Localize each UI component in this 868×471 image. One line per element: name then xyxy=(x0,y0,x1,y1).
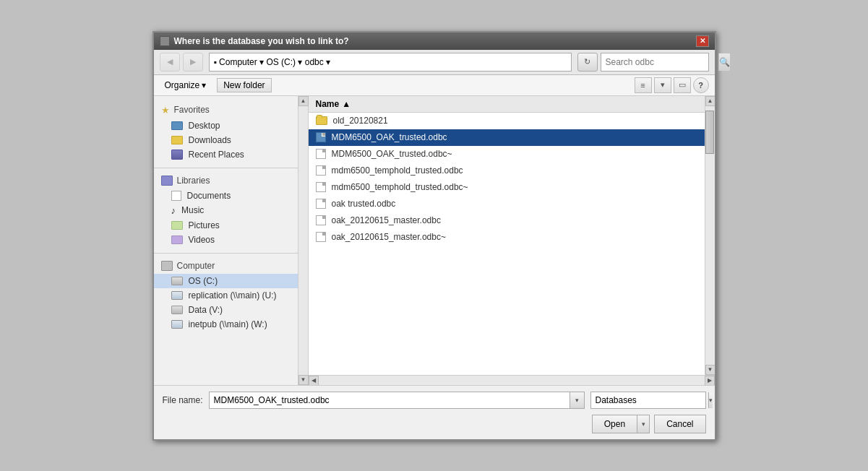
forward-button[interactable]: ▶ xyxy=(183,53,203,72)
address-toolbar: ◀ ▶ ▪ Computer ▾ OS (C:) ▾ odbc ▾ ↻ 🔍 xyxy=(154,50,715,75)
computer-label: Computer xyxy=(177,261,215,271)
filetype-input xyxy=(591,394,708,407)
help-icon: ? xyxy=(698,81,703,90)
filetype-dropdown-button[interactable]: ▾ xyxy=(708,392,713,408)
dialog-icon xyxy=(160,36,170,46)
address-bar[interactable]: ▪ Computer ▾ OS (C:) ▾ odbc ▾ xyxy=(209,53,572,72)
sort-indicator-icon: ▲ xyxy=(342,99,351,109)
file-item-oak-master-tilde[interactable]: oak_20120615_master.odbc~ xyxy=(309,229,705,246)
forward-icon: ▶ xyxy=(190,57,196,66)
file-name: oak trusted.odbc xyxy=(332,199,396,209)
filename-input[interactable] xyxy=(210,394,570,407)
file-icon xyxy=(316,215,326,225)
file-name: MDM6500_OAK_trusted.odbc~ xyxy=(332,149,452,159)
open-button-group: Open ▾ xyxy=(592,415,650,433)
title-bar: Where is the database you wish to link t… xyxy=(154,33,715,50)
file-name: mdm6500_temphold_trusted.odbc~ xyxy=(332,182,468,192)
sidebar-label-documents: Documents xyxy=(187,191,231,201)
sidebar-item-documents[interactable]: Documents xyxy=(154,189,298,203)
main-content: ★ Favorites Desktop Downloads Recent Pla… xyxy=(154,96,715,385)
sidebar-label-downloads: Downloads xyxy=(189,135,231,145)
toolbar2-right: ≡ ▾ ▭ ? xyxy=(635,77,709,93)
sidebar-item-pictures[interactable]: Pictures xyxy=(154,218,298,233)
sidebar-item-replication[interactable]: replication (\\main) (U:) xyxy=(154,288,298,303)
favorites-star-icon: ★ xyxy=(161,105,170,116)
refresh-button[interactable]: ↻ xyxy=(577,53,598,72)
sidebar-item-music[interactable]: ♪ Music xyxy=(154,203,298,218)
file-name: MDM6500_OAK_trusted.odbc xyxy=(332,132,447,142)
favorites-header: ★ Favorites xyxy=(154,102,298,118)
sidebar-item-videos[interactable]: Videos xyxy=(154,233,298,247)
view-dropdown-button[interactable]: ▾ xyxy=(654,77,671,93)
sidebar-scroll-down[interactable]: ▼ xyxy=(298,375,309,385)
file-item-oak-master[interactable]: oak_20120615_master.odbc xyxy=(309,212,705,229)
file-item-old-folder[interactable]: old_20120821 xyxy=(309,113,705,129)
sidebar-item-data[interactable]: Data (V:) xyxy=(154,303,298,317)
sidebar-scrollbar[interactable]: ▲ ▼ xyxy=(298,96,309,385)
view-pane-button[interactable]: ▭ xyxy=(674,77,691,93)
downloads-icon xyxy=(171,136,183,144)
music-icon: ♪ xyxy=(171,205,176,216)
help-button[interactable]: ? xyxy=(693,77,709,93)
sidebar-wrapper: ★ Favorites Desktop Downloads Recent Pla… xyxy=(154,96,309,385)
view-list-button[interactable]: ≡ xyxy=(635,77,652,93)
view-pane-icon: ▭ xyxy=(679,80,686,90)
open-button[interactable]: Open xyxy=(592,415,637,433)
videos-icon xyxy=(171,236,183,244)
cancel-button[interactable]: Cancel xyxy=(654,415,705,433)
file-item-mdm6500-temp[interactable]: mdm6500_temphold_trusted.odbc xyxy=(309,163,705,179)
file-pane-wrapper: Name ▲ old_20120821 MDM6500_OAK_trusted.… xyxy=(309,96,715,385)
file-icon xyxy=(316,149,326,159)
libraries-section: Libraries Documents ♪ Music Pictures xyxy=(154,173,298,247)
file-scroll-down[interactable]: ▼ xyxy=(705,365,715,375)
search-input[interactable] xyxy=(601,56,718,69)
sidebar-label-recent: Recent Places xyxy=(189,150,244,160)
file-name: oak_20120615_master.odbc~ xyxy=(332,232,446,242)
sidebar: ★ Favorites Desktop Downloads Recent Pla… xyxy=(154,96,298,385)
sidebar-item-recent[interactable]: Recent Places xyxy=(154,147,298,162)
search-button[interactable]: 🔍 xyxy=(718,53,730,71)
documents-icon xyxy=(171,191,181,201)
scroll-thumb[interactable] xyxy=(705,111,714,154)
sidebar-item-desktop[interactable]: Desktop xyxy=(154,118,298,133)
sidebar-label-data: Data (V:) xyxy=(189,305,223,315)
sidebar-scroll-up[interactable]: ▲ xyxy=(298,96,309,106)
horiz-scroll-left[interactable]: ◀ xyxy=(309,376,319,385)
file-pane-scrollbar[interactable]: ▲ ▼ xyxy=(705,96,715,375)
organize-button[interactable]: Organize ▾ xyxy=(160,78,212,92)
file-item-mdm6500-temp-tilde[interactable]: mdm6500_temphold_trusted.odbc~ xyxy=(309,179,705,196)
horizontal-scrollbar[interactable]: ◀ ▶ xyxy=(309,375,715,385)
file-scroll-up[interactable]: ▲ xyxy=(705,96,715,106)
sidebar-item-downloads[interactable]: Downloads xyxy=(154,133,298,147)
sidebar-item-osc[interactable]: OS (C:) xyxy=(154,274,298,288)
file-icon xyxy=(316,165,326,176)
organize-arrow-icon: ▾ xyxy=(202,80,206,90)
view-list-icon: ≡ xyxy=(640,81,645,90)
file-icon xyxy=(316,182,326,192)
computer-section: Computer OS (C:) replication (\\main) (U… xyxy=(154,258,298,332)
sidebar-label-pictures: Pictures xyxy=(189,220,220,230)
organize-label: Organize xyxy=(165,80,200,90)
sidebar-item-inetpub[interactable]: inetpub (\\main) (W:) xyxy=(154,317,298,332)
search-box: 🔍 xyxy=(601,53,709,72)
horiz-scroll-right[interactable]: ▶ xyxy=(705,376,715,385)
desktop-icon xyxy=(171,121,183,130)
inetpub-icon xyxy=(171,320,183,329)
toolbar2-left: Organize ▾ New folder xyxy=(160,78,272,92)
file-pane: Name ▲ old_20120821 MDM6500_OAK_trusted.… xyxy=(309,96,705,375)
file-item-mdm6500-oak[interactable]: MDM6500_OAK_trusted.odbc xyxy=(309,129,705,146)
close-button[interactable]: ✕ xyxy=(696,35,709,47)
sidebar-label-desktop: Desktop xyxy=(189,121,220,131)
file-name: old_20120821 xyxy=(333,116,388,126)
file-item-oak-trusted[interactable]: oak trusted.odbc xyxy=(309,196,705,212)
search-icon: 🔍 xyxy=(719,57,730,67)
sidebar-label-inetpub: inetpub (\\main) (W:) xyxy=(189,319,267,329)
open-dropdown-button[interactable]: ▾ xyxy=(637,415,650,433)
file-item-mdm6500-oak-tilde[interactable]: MDM6500_OAK_trusted.odbc~ xyxy=(309,146,705,163)
new-folder-button[interactable]: New folder xyxy=(217,78,271,92)
filename-dropdown-button[interactable]: ▾ xyxy=(570,392,584,408)
file-list-header[interactable]: Name ▲ xyxy=(309,96,705,113)
back-button[interactable]: ◀ xyxy=(160,53,180,72)
filename-input-wrap: ▾ xyxy=(209,392,585,409)
sidebar-label-music: Music xyxy=(181,205,204,215)
